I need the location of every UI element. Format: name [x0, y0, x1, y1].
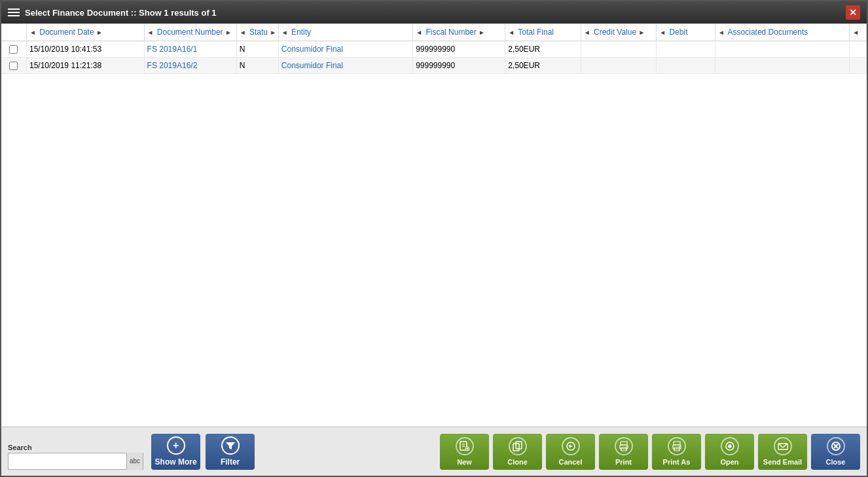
row-extra: [850, 41, 867, 58]
print-label: Print: [615, 458, 632, 466]
col-header-total[interactable]: ◄ Total Final: [505, 24, 581, 41]
window-title: Select Finance Document :: Show 1 result…: [25, 8, 217, 18]
sort-arrow-credit: ◄: [584, 29, 590, 36]
send-email-button[interactable]: Send Email: [758, 434, 807, 470]
row-credit: [581, 41, 656, 58]
main-window: Select Finance Document :: Show 1 result…: [0, 0, 868, 477]
row-fiscal: 999999990: [413, 41, 505, 58]
cancel-icon: [562, 437, 580, 455]
print-button[interactable]: Print: [599, 434, 648, 470]
title-bar: Select Finance Document :: Show 1 result…: [1, 1, 867, 24]
col-header-extra: ◄: [850, 24, 867, 41]
sort-arrow-docnum: ◄: [147, 29, 154, 36]
documents-table: ◄ Document Date ► ◄ Document Number ► ◄ …: [1, 24, 867, 74]
table-header-row: ◄ Document Date ► ◄ Document Number ► ◄ …: [1, 24, 867, 41]
sort-arrow-assoc: ◄: [718, 29, 725, 36]
row-entity: Consumidor Final: [278, 58, 412, 74]
col-header-entity[interactable]: ◄ Entity: [278, 24, 412, 41]
cancel-button[interactable]: Cancel: [546, 434, 595, 470]
print-as-label: Print As: [663, 458, 691, 466]
window-close-button[interactable]: ✕: [846, 5, 860, 20]
table-body: 15/10/2019 10:41:53 FS 2019A16/1 N Consu…: [1, 41, 867, 74]
menu-icon[interactable]: [8, 9, 20, 16]
show-more-button[interactable]: + Show More: [151, 434, 200, 470]
row-checkbox[interactable]: [9, 45, 18, 54]
col-header-status[interactable]: ◄ Statu ►: [236, 24, 278, 41]
row-status: N: [236, 58, 278, 74]
sort-arrow-status: ◄: [240, 29, 246, 36]
clone-button[interactable]: Clone: [493, 434, 542, 470]
print-as-button[interactable]: Print As: [652, 434, 701, 470]
bottom-bar: Search abc + Show More: [1, 427, 867, 476]
row-check-cell[interactable]: [1, 58, 26, 74]
search-input[interactable]: [9, 453, 126, 469]
row-entity: Consumidor Final: [278, 41, 412, 58]
col-header-docnum[interactable]: ◄ Document Number ►: [144, 24, 236, 41]
print-icon: [615, 437, 633, 455]
row-debit: [657, 41, 715, 58]
row-date: 15/10/2019 10:41:53: [26, 41, 144, 58]
row-credit: [581, 58, 656, 74]
clone-icon: [509, 437, 527, 455]
row-fiscal: 999999990: [413, 58, 505, 74]
row-date: 15/10/2019 11:21:38: [26, 58, 144, 74]
row-docnum: FS 2019A16/1: [144, 41, 236, 58]
open-label: Open: [720, 458, 738, 466]
sort-arrow-fiscal: ◄: [416, 29, 422, 36]
col-header-fiscal[interactable]: ◄ Fiscal Number ►: [413, 24, 505, 41]
svg-rect-13: [674, 442, 680, 445]
filter-label: Filter: [221, 457, 240, 467]
send-email-icon: [774, 437, 792, 455]
row-debit: [657, 58, 715, 74]
send-email-label: Send Email: [763, 458, 802, 466]
open-icon: [721, 437, 739, 455]
sort-arrow-total: ◄: [508, 29, 515, 36]
row-docnum: FS 2019A16/2: [144, 58, 236, 74]
cancel-label: Cancel: [558, 458, 582, 466]
col-header-debit[interactable]: ◄ Debit: [657, 24, 715, 41]
col-header-date[interactable]: ◄ Document Date ►: [26, 24, 144, 41]
open-button[interactable]: Open: [705, 434, 754, 470]
svg-rect-9: [621, 442, 627, 445]
clone-label: Clone: [507, 458, 528, 466]
filter-icon: [221, 436, 240, 455]
table-row[interactable]: 15/10/2019 11:21:38 FS 2019A16/2 N Consu…: [1, 58, 867, 74]
row-checkbox[interactable]: [9, 62, 18, 70]
search-label: Search: [8, 444, 143, 451]
search-abc-badge: abc: [126, 453, 143, 470]
row-status: N: [236, 41, 278, 58]
print-as-icon: [668, 437, 686, 455]
col-header-credit[interactable]: ◄ Credit Value ►: [581, 24, 656, 41]
row-check-cell[interactable]: [1, 41, 26, 58]
svg-point-16: [679, 446, 680, 448]
close-button[interactable]: Close: [811, 434, 860, 470]
new-icon: [456, 437, 474, 455]
svg-point-12: [626, 446, 627, 448]
show-more-label: Show More: [155, 457, 197, 467]
new-label: New: [457, 458, 472, 466]
sort-arrow-entity: ◄: [281, 29, 288, 36]
new-button[interactable]: New: [440, 434, 489, 470]
search-area: Search abc: [8, 444, 143, 470]
title-bar-left: Select Finance Document :: Show 1 result…: [8, 8, 217, 18]
filter-button[interactable]: Filter: [206, 434, 255, 470]
row-assoc: [715, 41, 850, 58]
svg-point-18: [729, 445, 731, 448]
row-extra: [850, 58, 867, 74]
search-input-wrapper: abc: [8, 453, 143, 470]
close-label: Close: [826, 458, 846, 466]
sort-arrow-debit: ◄: [659, 29, 666, 36]
sort-arrow-docnum2: ►: [225, 29, 232, 36]
row-total: 2,50EUR: [505, 41, 581, 58]
bottom-buttons-left: + Show More Filter: [151, 434, 255, 470]
table-container: ◄ Document Date ► ◄ Document Number ► ◄ …: [1, 24, 867, 427]
row-assoc: [715, 58, 850, 74]
col-header-check: [1, 24, 26, 41]
table-row[interactable]: 15/10/2019 10:41:53 FS 2019A16/1 N Consu…: [1, 41, 867, 58]
sort-arrow-status2: ►: [270, 29, 276, 36]
sort-arrow-date: ◄: [29, 29, 36, 36]
sort-arrow-date2: ►: [96, 29, 103, 36]
col-header-assoc[interactable]: ◄ Associated Documents: [715, 24, 850, 41]
content-area: ◄ Document Date ► ◄ Document Number ► ◄ …: [1, 24, 867, 427]
bottom-buttons-right: New Clone: [440, 434, 860, 470]
